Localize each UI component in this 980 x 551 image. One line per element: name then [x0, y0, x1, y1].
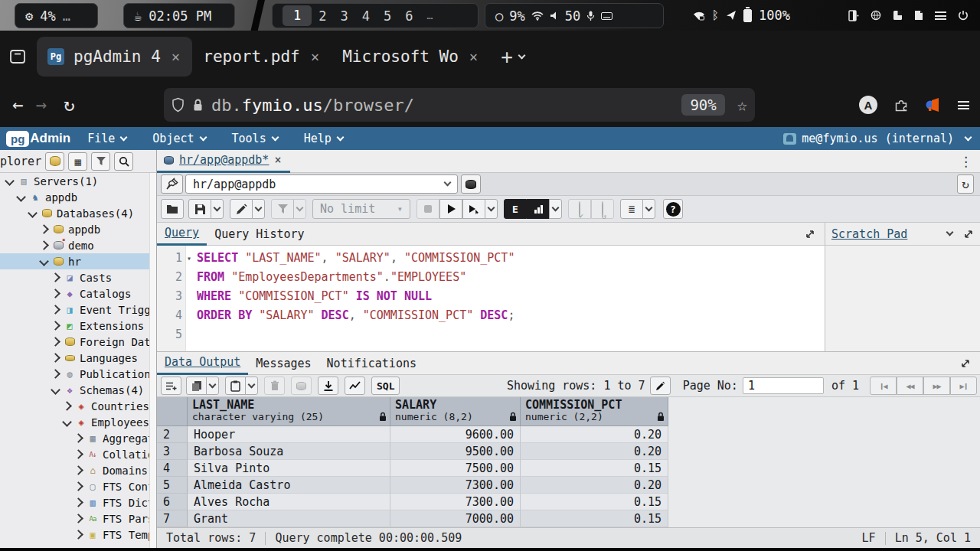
tab-close-icon[interactable]: ×	[309, 48, 321, 65]
menu-file[interactable]: File	[87, 132, 126, 145]
cell-commission-pct[interactable]: 0.15	[521, 460, 668, 477]
tree-item-event-triggers[interactable]: Event Triggers	[0, 302, 150, 318]
expand-arrow-icon[interactable]	[74, 514, 83, 523]
fold-arrow-icon[interactable]: ▾	[187, 249, 191, 268]
megaphone-extension-icon[interactable]	[925, 97, 942, 112]
workspace-5[interactable]: 5	[377, 8, 398, 24]
refresh-layout-button[interactable]: ↻	[957, 174, 974, 194]
cpu-widget[interactable]: ⚙ 4% …	[15, 3, 98, 28]
expand-arrow-icon[interactable]	[74, 497, 83, 507]
row-number[interactable]: 2	[157, 426, 188, 443]
tree-item-catalogs[interactable]: Catalogs	[0, 285, 150, 302]
column-header-salary[interactable]: SALARY numeric (8,2)	[390, 397, 521, 426]
row-number[interactable]: 7	[157, 510, 188, 527]
expand-arrow-icon[interactable]	[62, 417, 72, 427]
expand-arrow-icon[interactable]	[51, 337, 60, 347]
tree-item-schema-countries[interactable]: Countries	[0, 398, 150, 414]
expand-arrow-icon[interactable]	[16, 192, 26, 202]
expand-panel-icon[interactable]	[963, 229, 974, 240]
edit-pagination-button[interactable]	[650, 377, 671, 395]
first-page-button[interactable]: ❙◀	[870, 377, 897, 395]
sql-code[interactable]: SELECT "LAST_NAME", "SALARY", "COMMISSIO…	[186, 246, 825, 351]
edit-button[interactable]	[230, 199, 253, 219]
connection-select[interactable]: hr/app@appdb	[185, 174, 458, 194]
cell-salary[interactable]: 9600.00	[390, 426, 521, 443]
system-tray[interactable]	[848, 0, 969, 31]
tab-overview-icon[interactable]	[9, 48, 26, 65]
save-file-button[interactable]	[188, 199, 211, 219]
cell-commission-pct[interactable]: 0.20	[521, 426, 668, 443]
last-page-button[interactable]: ▶❙	[950, 377, 977, 395]
tree-item-schema-employees[interactable]: EmployeesDepartments	[0, 414, 150, 430]
save-data-button[interactable]	[291, 377, 312, 395]
expand-arrow-icon[interactable]	[51, 369, 60, 379]
tree-item-domains[interactable]: Domains	[0, 462, 150, 478]
explain-analyze-button[interactable]	[527, 199, 550, 219]
expand-arrow-icon[interactable]	[74, 530, 83, 540]
network-globe-icon[interactable]	[871, 10, 881, 21]
execute-chevron[interactable]	[485, 199, 498, 219]
expand-arrow-icon[interactable]	[51, 353, 60, 363]
macros-chevron[interactable]	[642, 199, 655, 219]
expand-arrow-icon[interactable]	[39, 256, 49, 266]
row-number-header[interactable]	[157, 397, 188, 426]
save-options-chevron[interactable]	[211, 199, 224, 219]
expand-arrow-icon[interactable]	[28, 208, 38, 218]
cell-commission-pct[interactable]: 0.15	[521, 494, 668, 510]
filter-button[interactable]	[271, 199, 294, 219]
eol-indicator[interactable]: LF	[853, 532, 885, 545]
cell-last-name[interactable]: Grant	[188, 510, 390, 527]
row-number[interactable]: 6	[157, 494, 188, 510]
tab-messages[interactable]: Messages	[248, 352, 318, 375]
expand-arrow-icon[interactable]	[51, 385, 60, 395]
bookmark-star-icon[interactable]: ☆	[737, 96, 747, 115]
expand-panel-icon[interactable]	[960, 358, 971, 369]
scratch-pad-title[interactable]: Scratch Pad	[831, 227, 907, 241]
tree-item-db-demo[interactable]: demo	[0, 237, 150, 253]
stop-button[interactable]	[416, 199, 439, 219]
grid-view-button[interactable]: ▦	[68, 152, 87, 171]
graph-visualiser-button[interactable]	[345, 377, 365, 395]
reload-button[interactable]: ↻	[64, 94, 74, 116]
copy-chevron[interactable]	[206, 377, 219, 395]
previous-page-button[interactable]: ◀◀	[897, 377, 923, 395]
cell-last-name[interactable]: Silva Pinto	[188, 460, 390, 477]
cell-salary[interactable]: 7000.00	[390, 510, 521, 527]
tab-query[interactable]: Query	[157, 223, 207, 246]
shield-icon[interactable]	[172, 97, 185, 112]
cell-last-name[interactable]: Alves Rocha	[188, 494, 390, 510]
expand-arrow-icon[interactable]	[74, 465, 83, 475]
row-number[interactable]: 4	[157, 460, 188, 477]
tree-item-db-appdb[interactable]: appdb	[0, 221, 150, 237]
expand-arrow-icon[interactable]	[51, 272, 60, 282]
execute-button[interactable]	[439, 199, 462, 219]
expand-arrow-icon[interactable]	[74, 481, 83, 491]
connection-status-button[interactable]	[161, 174, 183, 194]
expand-arrow-icon[interactable]	[39, 240, 49, 250]
tree-item-db-hr[interactable]: hr	[0, 253, 150, 269]
browser-tab-report[interactable]: report.pdf ×	[192, 37, 332, 77]
next-page-button[interactable]: ▶▶	[923, 377, 950, 395]
copy-button[interactable]	[186, 377, 207, 395]
expand-arrow-icon[interactable]	[51, 305, 60, 315]
tree-item-casts[interactable]: Casts	[0, 269, 150, 285]
tree-item-fts-parsers[interactable]: FTS Parsers	[0, 510, 150, 527]
tree-item-schemas[interactable]: Schemas(4)	[0, 382, 150, 398]
filter-button[interactable]	[91, 152, 110, 171]
database-quick-button[interactable]	[45, 152, 64, 171]
browser-tab-pgadmin[interactable]: Pg pgAdmin 4 ×	[37, 37, 192, 77]
tab-list-chevron-icon[interactable]	[518, 51, 526, 59]
package-icon[interactable]	[893, 10, 903, 21]
menu-tools[interactable]: Tools	[232, 132, 278, 145]
tree-item-fts-dictionaries[interactable]: FTS Dictionaries	[0, 494, 150, 510]
paste-button[interactable]	[225, 377, 246, 395]
expand-arrow-icon[interactable]	[5, 176, 15, 186]
tree-item-collations[interactable]: Collations	[0, 446, 150, 462]
zoom-level-badge[interactable]: 90%	[681, 94, 724, 116]
tree-item-extensions[interactable]: Extensions	[0, 318, 150, 334]
extension-a-icon[interactable]: A	[859, 96, 877, 114]
explain-chevron[interactable]	[549, 199, 562, 219]
tree-item-databases[interactable]: Databases(4)	[0, 205, 150, 221]
tab-close-icon[interactable]: ×	[170, 48, 181, 65]
delete-row-button[interactable]	[264, 377, 285, 395]
